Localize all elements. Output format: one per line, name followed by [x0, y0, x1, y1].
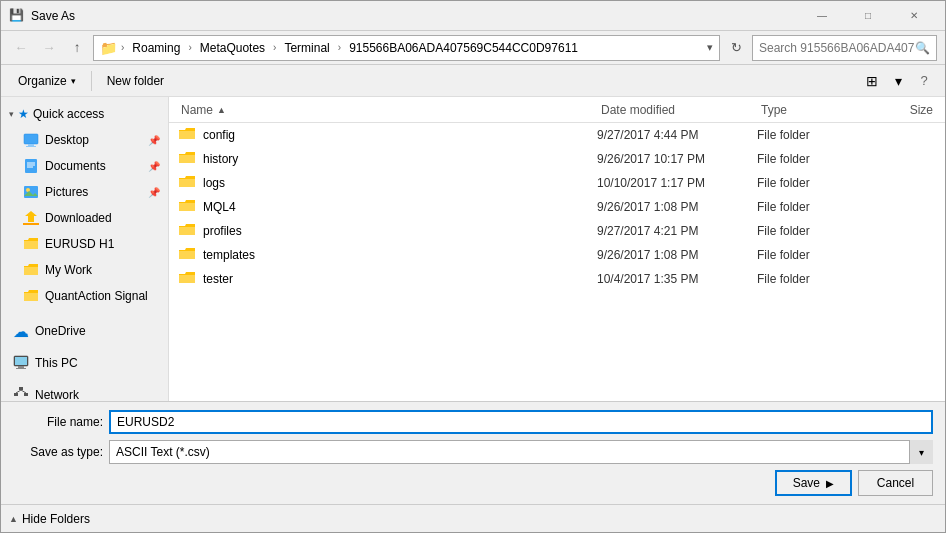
- svg-rect-2: [26, 146, 36, 147]
- hide-folders-row[interactable]: ▲ Hide Folders: [1, 504, 945, 532]
- filename-label: File name:: [13, 415, 103, 429]
- sidebar-item-network[interactable]: Network: [1, 381, 168, 401]
- column-size-label: Size: [910, 103, 933, 117]
- view-dropdown-button[interactable]: ▾: [885, 68, 911, 94]
- table-row[interactable]: tester 10/4/2017 1:35 PM File folder: [169, 267, 945, 291]
- documents-icon: [23, 158, 39, 174]
- organize-button[interactable]: Organize ▾: [9, 68, 85, 94]
- hide-folders-label: Hide Folders: [22, 512, 90, 526]
- filename-input[interactable]: [109, 410, 933, 434]
- sidebar-item-documents[interactable]: Documents 📌: [1, 153, 168, 179]
- column-size[interactable]: Size: [857, 103, 937, 117]
- sidebar-item-desktop[interactable]: Desktop 📌: [1, 127, 168, 153]
- svg-line-18: [16, 390, 21, 393]
- desktop-icon: [23, 132, 39, 148]
- breadcrumb-guid[interactable]: 915566BA06ADA407569C544CC0D97611: [345, 39, 582, 57]
- address-dropdown-arrow[interactable]: ▾: [707, 41, 713, 54]
- sidebar-item-this-pc[interactable]: This PC: [1, 349, 168, 377]
- command-bar: Organize ▾ New folder ⊞ ▾ ?: [1, 65, 945, 97]
- window-title: Save As: [31, 9, 799, 23]
- svg-rect-0: [24, 134, 38, 144]
- up-button[interactable]: ↑: [65, 36, 89, 60]
- svg-rect-17: [24, 393, 28, 396]
- file-type-logs: File folder: [757, 176, 857, 190]
- folder-icon-logs: [177, 176, 197, 190]
- svg-rect-16: [14, 393, 18, 396]
- cancel-button[interactable]: Cancel: [858, 470, 933, 496]
- mywork-folder-icon: [23, 262, 39, 278]
- breadcrumb-separator-0: ›: [121, 42, 124, 53]
- minimize-button[interactable]: —: [799, 1, 845, 31]
- svg-rect-13: [18, 366, 24, 368]
- sidebar-item-eurusd[interactable]: EURUSD H1: [1, 231, 168, 257]
- breadcrumb-separator-2: ›: [273, 42, 276, 53]
- table-row[interactable]: config 9/27/2017 4:44 PM File folder: [169, 123, 945, 147]
- column-type[interactable]: Type: [757, 103, 857, 117]
- file-type-templates: File folder: [757, 248, 857, 262]
- command-bar-separator: [91, 71, 92, 91]
- file-date-templates: 9/26/2017 1:08 PM: [597, 248, 757, 262]
- mywork-label: My Work: [45, 263, 92, 277]
- view-dropdown-arrow-icon: ▾: [895, 73, 902, 89]
- quick-access-star-icon: ★: [18, 107, 29, 121]
- refresh-button[interactable]: ↻: [724, 36, 748, 60]
- sidebar-item-pictures[interactable]: Pictures 📌: [1, 179, 168, 205]
- pictures-label: Pictures: [45, 185, 88, 199]
- file-date-logs: 10/10/2017 1:17 PM: [597, 176, 757, 190]
- view-layout-button[interactable]: ⊞: [859, 68, 885, 94]
- eurusd-label: EURUSD H1: [45, 237, 114, 251]
- svg-rect-7: [24, 186, 38, 198]
- forward-button[interactable]: →: [37, 36, 61, 60]
- quick-access-header[interactable]: ▾ ★ Quick access: [1, 101, 168, 127]
- sidebar-item-quantaction[interactable]: QuantAction Signal: [1, 283, 168, 309]
- onedrive-label: OneDrive: [35, 324, 86, 338]
- help-button[interactable]: ?: [911, 68, 937, 94]
- folder-icon-templates: [177, 248, 197, 262]
- file-type-mql4: File folder: [757, 200, 857, 214]
- svg-rect-14: [16, 368, 26, 369]
- savetype-select-wrapper: ASCII Text (*.csv) ▾: [109, 440, 933, 464]
- save-button[interactable]: Save ▶: [775, 470, 852, 496]
- sidebar-item-onedrive[interactable]: ☁ OneDrive: [1, 317, 168, 345]
- table-row[interactable]: templates 9/26/2017 1:08 PM File folder: [169, 243, 945, 267]
- breadcrumb-terminal[interactable]: Terminal: [280, 39, 333, 57]
- file-date-history: 9/26/2017 10:17 PM: [597, 152, 757, 166]
- file-date-profiles: 9/27/2017 4:21 PM: [597, 224, 757, 238]
- eurusd-folder-icon: [23, 236, 39, 252]
- savetype-row: Save as type: ASCII Text (*.csv) ▾: [13, 440, 933, 464]
- cancel-label: Cancel: [877, 476, 914, 490]
- titlebar-controls: — □ ✕: [799, 1, 937, 31]
- sidebar-item-downloaded[interactable]: Downloaded: [1, 205, 168, 231]
- titlebar: 💾 Save As — □ ✕: [1, 1, 945, 31]
- search-input[interactable]: [759, 41, 915, 55]
- folder-icon-profiles: [177, 224, 197, 238]
- column-name[interactable]: Name ▲: [177, 103, 597, 117]
- file-name-config: config: [203, 128, 597, 142]
- address-folder-icon: 📁: [100, 40, 117, 56]
- svg-point-8: [26, 188, 30, 192]
- desktop-pin-icon: 📌: [148, 135, 160, 146]
- table-row[interactable]: profiles 9/27/2017 4:21 PM File folder: [169, 219, 945, 243]
- file-list-header: Name ▲ Date modified Type Size: [169, 97, 945, 123]
- close-button[interactable]: ✕: [891, 1, 937, 31]
- savetype-select[interactable]: ASCII Text (*.csv): [109, 440, 933, 464]
- filename-row: File name:: [13, 410, 933, 434]
- svg-rect-1: [28, 144, 34, 146]
- column-type-label: Type: [761, 103, 787, 117]
- file-name-mql4: MQL4: [203, 200, 597, 214]
- table-row[interactable]: logs 10/10/2017 1:17 PM File folder: [169, 171, 945, 195]
- table-row[interactable]: MQL4 9/26/2017 1:08 PM File folder: [169, 195, 945, 219]
- new-folder-button[interactable]: New folder: [98, 68, 173, 94]
- save-as-dialog: 💾 Save As — □ ✕ ← → ↑ 📁 › Roaming › Meta…: [0, 0, 946, 533]
- folder-icon-history: [177, 152, 197, 166]
- column-date[interactable]: Date modified: [597, 103, 757, 117]
- breadcrumb-roaming[interactable]: Roaming: [128, 39, 184, 57]
- breadcrumb-metaquotes[interactable]: MetaQuotes: [196, 39, 269, 57]
- save-button-cursor: ▶: [826, 478, 834, 489]
- sidebar-item-mywork[interactable]: My Work: [1, 257, 168, 283]
- back-button[interactable]: ←: [9, 36, 33, 60]
- maximize-button[interactable]: □: [845, 1, 891, 31]
- network-label: Network: [35, 388, 79, 401]
- quick-access-label: Quick access: [33, 107, 104, 121]
- table-row[interactable]: history 9/26/2017 10:17 PM File folder: [169, 147, 945, 171]
